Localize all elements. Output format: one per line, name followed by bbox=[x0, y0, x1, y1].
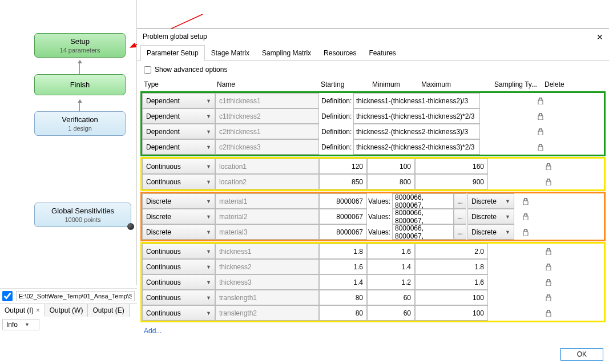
delete-lock[interactable] bbox=[537, 305, 560, 321]
name-field[interactable]: translength2 bbox=[215, 305, 319, 321]
name-field[interactable]: thickness2 bbox=[215, 259, 319, 274]
delete-lock[interactable] bbox=[537, 274, 560, 290]
delete-lock[interactable] bbox=[529, 93, 552, 108]
type-select[interactable]: Dependent▼ bbox=[142, 93, 215, 108]
info-select[interactable]: Info ▼ bbox=[2, 319, 39, 330]
type-select[interactable]: Discrete▼ bbox=[142, 193, 215, 209]
definition-input[interactable]: thickness1-(thickness1-thickness2)*2/3 bbox=[353, 108, 480, 124]
type-select[interactable]: Continuous▼ bbox=[142, 159, 215, 174]
name-field[interactable]: material3 bbox=[215, 224, 319, 240]
definition-input[interactable]: thickness2-(thickness2-thickness3)*2/3 bbox=[353, 139, 480, 155]
values-input[interactable]: 8000066, 8000067, bbox=[392, 209, 454, 224]
name-field[interactable]: c1tthickness2 bbox=[215, 108, 319, 124]
delete-lock[interactable] bbox=[514, 224, 537, 240]
definition-input[interactable]: thickness1-(thickness1-thickness2)/3 bbox=[353, 93, 480, 108]
delete-lock[interactable] bbox=[537, 244, 560, 259]
max-input[interactable]: 100 bbox=[415, 290, 488, 305]
delete-lock[interactable] bbox=[529, 124, 552, 139]
advanced-checkbox[interactable] bbox=[144, 66, 151, 74]
type-select[interactable]: Continuous▼ bbox=[142, 259, 215, 274]
max-input[interactable]: 2.0 bbox=[415, 244, 488, 259]
name-field[interactable]: location2 bbox=[215, 174, 319, 189]
sampling-select[interactable]: Discrete▼ bbox=[467, 209, 514, 224]
setup-node[interactable]: Setup 14 parameters bbox=[34, 33, 126, 58]
delete-lock[interactable] bbox=[537, 174, 560, 189]
global-sensitivities-node[interactable]: Global Sensitivities 10000 points bbox=[34, 203, 131, 227]
max-input[interactable]: 100 bbox=[415, 305, 488, 321]
sampling-select[interactable]: Discrete▼ bbox=[467, 224, 514, 240]
min-input[interactable]: 1.2 bbox=[367, 274, 415, 290]
name-field[interactable]: thickness3 bbox=[215, 274, 319, 290]
verification-node[interactable]: Verification 1 design bbox=[34, 111, 126, 136]
starting-input[interactable]: 8000067 bbox=[319, 209, 367, 224]
tab-stage-matrix[interactable]: Stage Matrix bbox=[205, 45, 256, 61]
min-input[interactable]: 1.6 bbox=[367, 244, 415, 259]
type-select[interactable]: Dependent▼ bbox=[142, 108, 215, 124]
min-input[interactable]: 60 bbox=[367, 290, 415, 305]
handle-icon[interactable] bbox=[127, 223, 134, 230]
starting-input[interactable]: 8000067 bbox=[319, 193, 367, 209]
type-select[interactable]: Continuous▼ bbox=[142, 305, 215, 321]
tab-resources[interactable]: Resources bbox=[317, 45, 362, 61]
name-field[interactable]: c1tthickness1 bbox=[215, 93, 319, 108]
values-browse-button[interactable]: ... bbox=[454, 209, 466, 224]
starting-input[interactable]: 1.6 bbox=[319, 259, 367, 274]
type-select[interactable]: Dependent▼ bbox=[142, 139, 215, 155]
name-field[interactable]: c2tthickness3 bbox=[215, 139, 319, 155]
ok-button[interactable]: OK bbox=[560, 348, 603, 361]
type-select[interactable]: Continuous▼ bbox=[142, 244, 215, 259]
type-select[interactable]: Continuous▼ bbox=[142, 174, 215, 189]
output-tab-e[interactable]: Output (E) bbox=[88, 304, 129, 317]
delete-lock[interactable] bbox=[529, 108, 552, 124]
delete-lock[interactable] bbox=[537, 290, 560, 305]
tab-parameter-setup[interactable]: Parameter Setup bbox=[140, 45, 205, 61]
path-checkbox[interactable] bbox=[2, 291, 13, 301]
starting-input[interactable]: 8000067 bbox=[319, 224, 367, 240]
name-field[interactable]: material2 bbox=[215, 209, 319, 224]
finish-node[interactable]: Finish bbox=[34, 74, 126, 95]
values-input[interactable]: 8000066, 8000067, bbox=[392, 224, 454, 240]
type-select[interactable]: Dependent▼ bbox=[142, 124, 215, 139]
output-tab-w[interactable]: Output (W) bbox=[45, 304, 88, 317]
type-select[interactable]: Discrete▼ bbox=[142, 209, 215, 224]
definition-input[interactable]: thickness2-(thickness2-thickness3)/3 bbox=[353, 124, 480, 139]
max-input[interactable]: 160 bbox=[415, 159, 488, 174]
sampling-select[interactable]: Discrete▼ bbox=[467, 193, 514, 209]
name-field[interactable]: translength1 bbox=[215, 290, 319, 305]
delete-lock[interactable] bbox=[537, 259, 560, 274]
starting-input[interactable]: 1.8 bbox=[319, 244, 367, 259]
path-input[interactable] bbox=[16, 291, 135, 301]
starting-input[interactable]: 80 bbox=[319, 290, 367, 305]
starting-input[interactable]: 80 bbox=[319, 305, 367, 321]
name-field[interactable]: c2tthickness1 bbox=[215, 124, 319, 139]
max-input[interactable]: 1.6 bbox=[415, 274, 488, 290]
values-input[interactable]: 8000066, 8000067, bbox=[392, 193, 454, 209]
name-field[interactable]: location1 bbox=[215, 159, 319, 174]
tab-features[interactable]: Features bbox=[362, 45, 402, 61]
min-input[interactable]: 100 bbox=[367, 159, 415, 174]
name-field[interactable]: material1 bbox=[215, 193, 319, 209]
delete-lock[interactable] bbox=[514, 209, 537, 224]
delete-lock[interactable] bbox=[529, 139, 552, 155]
max-input[interactable]: 900 bbox=[415, 174, 488, 189]
tab-sampling-matrix[interactable]: Sampling Matrix bbox=[256, 45, 317, 61]
max-input[interactable]: 1.8 bbox=[415, 259, 488, 274]
type-select[interactable]: Continuous▼ bbox=[142, 274, 215, 290]
add-link[interactable]: Add... bbox=[144, 327, 606, 335]
delete-lock[interactable] bbox=[537, 159, 560, 174]
starting-input[interactable]: 120 bbox=[319, 159, 367, 174]
values-browse-button[interactable]: ... bbox=[454, 193, 466, 209]
type-select[interactable]: Continuous▼ bbox=[142, 290, 215, 305]
min-input[interactable]: 60 bbox=[367, 305, 415, 321]
starting-input[interactable]: 850 bbox=[319, 174, 367, 189]
close-icon[interactable]: × bbox=[36, 306, 40, 314]
values-browse-button[interactable]: ... bbox=[454, 224, 466, 240]
type-select[interactable]: Discrete▼ bbox=[142, 224, 215, 240]
min-input[interactable]: 800 bbox=[367, 174, 415, 189]
close-icon[interactable]: ✕ bbox=[596, 33, 603, 42]
delete-lock[interactable] bbox=[514, 193, 537, 209]
output-tab-i[interactable]: Output (I)× bbox=[0, 304, 45, 317]
starting-input[interactable]: 1.4 bbox=[319, 274, 367, 290]
min-input[interactable]: 1.4 bbox=[367, 259, 415, 274]
name-field[interactable]: thickness1 bbox=[215, 244, 319, 259]
